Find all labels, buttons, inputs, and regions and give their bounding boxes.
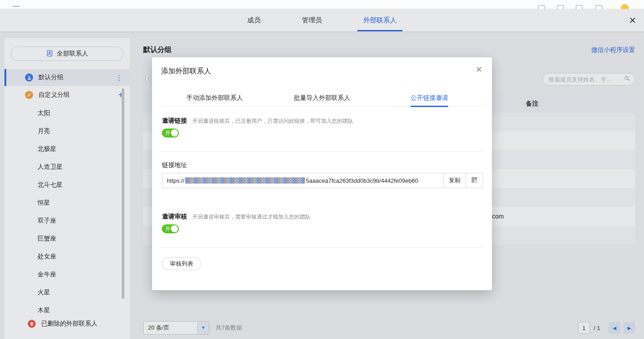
invite-link-toggle[interactable]: 开	[162, 129, 179, 137]
tab-manual-add[interactable]: 手动添加外部联系人	[161, 89, 268, 106]
copy-button[interactable]: 复制	[444, 173, 466, 188]
invite-link-description: 开启邀请链接后，已注册用户，只需访问此链接，即可加入您的团队	[192, 117, 353, 125]
tab-manual-add-label: 手动添加外部联系人	[186, 94, 243, 101]
add-external-contact-modal: 添加外部联系人 × 手动添加外部联系人 批量导入外部联系人 公开链接邀请 邀请链…	[152, 57, 492, 290]
top-strip-icon	[595, 5, 602, 9]
invite-link-section: 邀请链接 开启邀请链接后，已注册用户，只需访问此链接，即可加入您的团队	[162, 117, 483, 125]
modal-tabs: 手动添加外部联系人 批量导入外部联系人 公开链接邀请	[161, 89, 483, 107]
link-address-label: 链接地址	[162, 161, 187, 169]
toggle-knob	[171, 129, 178, 137]
top-strip-icon	[576, 5, 583, 9]
hamburger-icon	[13, 6, 20, 9]
invite-link-input[interactable]: https:// 5aaacea7fca263f3dd0b3c9b/4442fe…	[162, 173, 444, 188]
invite-link-label: 邀请链接	[162, 117, 187, 125]
app-root: 成员 管理员 外部联系人 × 全部联系人	[0, 0, 644, 339]
toggle-on-label: 开	[165, 226, 170, 232]
url-redacted-mosaic	[185, 177, 305, 184]
qr-code-button[interactable]	[466, 173, 483, 188]
modal-close-icon[interactable]: ×	[476, 64, 482, 75]
link-address-group: https:// 5aaacea7fca263f3dd0b3c9b/4442fe…	[162, 173, 483, 188]
divider	[161, 151, 483, 152]
modal-title: 添加外部联系人	[161, 67, 211, 76]
invite-review-section: 邀请审核 开启邀请审核后，需要审核通过才能加入您的团队	[162, 213, 483, 221]
invite-review-toggle[interactable]: 开	[162, 224, 179, 233]
qr-code-icon	[471, 176, 478, 185]
url-prefix: https://	[167, 177, 184, 184]
active-tab-underline	[411, 106, 448, 107]
url-tail: 5aaacea7fca263f3dd0b3c9b/4442fe09eb60	[306, 177, 418, 184]
top-strip-icon	[538, 5, 545, 9]
toggle-knob	[171, 225, 178, 232]
tab-batch-import[interactable]: 批量导入外部联系人	[268, 89, 376, 106]
invite-review-label: 邀请审核	[162, 213, 187, 221]
top-strip	[0, 0, 644, 9]
tab-public-link-invite[interactable]: 公开链接邀请	[376, 89, 483, 106]
review-list-button[interactable]: 审核列表	[162, 257, 201, 270]
invite-review-description: 开启邀请审核后，需要审核通过才能加入您的团队	[192, 213, 310, 221]
tab-batch-import-label: 批量导入外部联系人	[294, 94, 350, 101]
top-strip-icon	[557, 5, 564, 9]
divider	[161, 247, 483, 248]
tab-public-link-invite-label: 公开链接邀请	[411, 94, 448, 101]
avatar	[621, 4, 629, 9]
toggle-on-label: 开	[165, 130, 170, 136]
